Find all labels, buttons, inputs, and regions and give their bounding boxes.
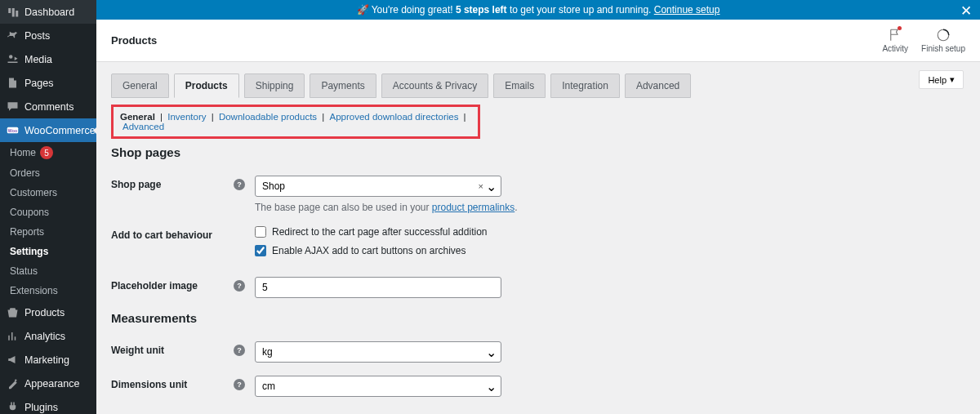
sidebar-item-label: Dashboard [24, 7, 74, 18]
sidebar-item-label: Plugins [24, 402, 58, 413]
count-badge: 5 [40, 146, 53, 159]
activity-button[interactable]: Activity [882, 28, 908, 53]
subtab-general[interactable]: General [120, 112, 158, 122]
redirect-cart-checkbox[interactable]: Redirect to the cart page after successf… [255, 226, 965, 238]
tab-products[interactable]: Products [174, 73, 239, 98]
sidebar-item-label: Media [24, 54, 52, 65]
sub-tabs: General | Inventory | Downloadable produ… [120, 112, 471, 131]
progress-icon [936, 28, 951, 42]
shop-page-label: Shop page [111, 179, 161, 190]
sidebar-sub-home[interactable]: Home5 [0, 142, 96, 163]
plugin-icon [7, 401, 19, 413]
chevron-down-icon: ▾ [950, 74, 955, 85]
sidebar-item-plugins[interactable]: Plugins [0, 395, 96, 414]
subtab-advanced[interactable]: Advanced [120, 122, 167, 131]
help-button[interactable]: Help ▾ [919, 70, 964, 89]
woo-icon: Woo [7, 124, 19, 136]
pin-icon [7, 29, 19, 42]
sidebar-item-label: Appearance [24, 378, 79, 390]
sidebar-item-dashboard[interactable]: Dashboard [0, 0, 96, 24]
subtab-downloadable-products[interactable]: Downloadable products [216, 112, 319, 122]
sidebar-item-woocommerce[interactable]: WooWooCommerce [0, 118, 96, 142]
dashboard-icon [7, 6, 19, 18]
shop-page-desc: The base page can also be used in your p… [255, 202, 965, 213]
dimensions-unit-select[interactable]: cm ⌄ [255, 376, 501, 397]
add-to-cart-label: Add to cart behaviour [111, 229, 212, 241]
banner-text: 🚀 You're doing great! 5 steps left to ge… [357, 4, 720, 16]
svg-text:Woo: Woo [8, 128, 17, 133]
sidebar-item-analytics[interactable]: Analytics [0, 324, 96, 348]
sidebar-item-marketing[interactable]: Marketing [0, 348, 96, 372]
sidebar-sub-extensions[interactable]: Extensions [0, 281, 96, 300]
page-title: Products [111, 34, 157, 47]
highlighted-subnav: General | Inventory | Downloadable produ… [111, 105, 480, 139]
dimensions-unit-label: Dimensions unit [111, 379, 187, 390]
section-shop-pages: Shop pages [111, 145, 965, 159]
sidebar-sub-customers[interactable]: Customers [0, 183, 96, 203]
sidebar-sub-coupons[interactable]: Coupons [0, 203, 96, 222]
weight-unit-label: Weight unit [111, 345, 164, 356]
activity-label: Activity [882, 44, 908, 53]
clear-icon[interactable]: × [479, 181, 483, 191]
sidebar-sub-reports[interactable]: Reports [0, 222, 96, 242]
help-icon[interactable]: ? [234, 179, 245, 190]
permalinks-link[interactable]: product permalinks [432, 202, 514, 213]
help-icon[interactable]: ? [234, 379, 245, 390]
sidebar-item-comments[interactable]: Comments [0, 95, 96, 118]
admin-sidebar: DashboardPostsMediaPagesCommentsWooWooCo… [0, 0, 96, 414]
shop-page-select[interactable]: Shop × ⌄ [255, 176, 501, 197]
finish-setup-label: Finish setup [921, 44, 965, 53]
tab-general[interactable]: General [111, 73, 169, 98]
comment-icon [7, 100, 19, 113]
marketing-icon [7, 354, 19, 366]
page-icon [7, 77, 19, 89]
close-icon[interactable]: ✕ [960, 2, 972, 20]
tab-payments[interactable]: Payments [310, 73, 376, 98]
sidebar-item-appearance[interactable]: Appearance [0, 372, 96, 395]
sidebar-item-label: Pages [24, 78, 53, 89]
sidebar-item-products[interactable]: Products [0, 300, 96, 324]
main-content: 🚀 You're doing great! 5 steps left to ge… [96, 0, 980, 414]
section-measurements: Measurements [111, 311, 965, 325]
top-bar: Products Activity Finish setup [96, 20, 980, 62]
sidebar-item-media[interactable]: Media [0, 47, 96, 71]
tab-integration[interactable]: Integration [550, 73, 620, 98]
subtab-inventory[interactable]: Inventory [165, 112, 208, 122]
help-icon[interactable]: ? [234, 280, 245, 292]
ajax-cart-checkbox[interactable]: Enable AJAX add to cart buttons on archi… [255, 245, 965, 256]
analytics-icon [7, 330, 19, 342]
sidebar-item-label: Products [24, 307, 65, 318]
setup-banner: 🚀 You're doing great! 5 steps left to ge… [96, 0, 980, 20]
tab-shipping[interactable]: Shipping [244, 73, 305, 98]
appearance-icon [7, 377, 19, 390]
tab-emails[interactable]: Emails [493, 73, 546, 98]
tab-accounts-privacy[interactable]: Accounts & Privacy [381, 73, 488, 98]
media-icon [7, 53, 19, 65]
sidebar-item-label: WooCommerce [24, 125, 96, 136]
settings-tabs: GeneralProductsShippingPaymentsAccounts … [111, 73, 965, 98]
sidebar-item-label: Marketing [24, 354, 69, 366]
sidebar-item-pages[interactable]: Pages [0, 71, 96, 95]
continue-setup-link[interactable]: Continue setup [654, 4, 720, 16]
sidebar-sub-status[interactable]: Status [0, 261, 96, 281]
placeholder-image-label: Placeholder image [111, 280, 198, 292]
sidebar-item-label: Posts [24, 30, 50, 42]
sidebar-item-label: Analytics [24, 331, 65, 342]
help-icon[interactable]: ? [234, 345, 245, 356]
sidebar-item-label: Comments [24, 101, 74, 113]
sidebar-sub-settings[interactable]: Settings [0, 242, 96, 261]
sidebar-sub-orders[interactable]: Orders [0, 163, 96, 183]
tab-advanced[interactable]: Advanced [625, 73, 691, 98]
placeholder-image-input[interactable] [255, 277, 501, 298]
weight-unit-select[interactable]: kg ⌄ [255, 341, 501, 363]
product-icon [7, 306, 19, 318]
sidebar-item-posts[interactable]: Posts [0, 24, 96, 47]
subtab-approved-download-directories[interactable]: Approved download directories [327, 112, 461, 122]
finish-setup-button[interactable]: Finish setup [921, 28, 965, 53]
